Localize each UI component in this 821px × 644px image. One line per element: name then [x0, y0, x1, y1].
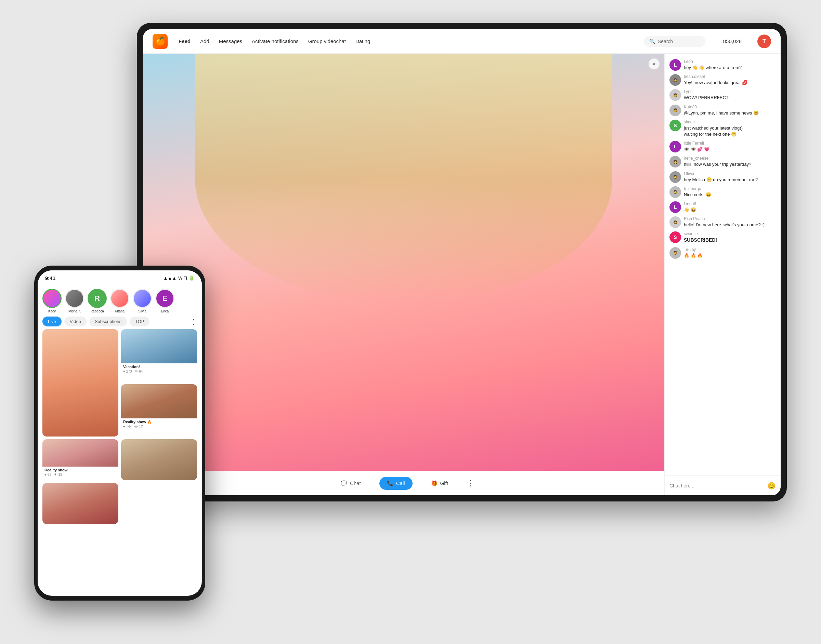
tab-top[interactable]: TOP [130, 316, 150, 327]
chat-message: L Linda8 👋 😜 [669, 201, 776, 213]
avatar: 🧔 [669, 247, 681, 259]
tablet-topbar: 🍊 Feed Add Messages Activate notificatio… [143, 29, 781, 54]
username: Rich Peach [684, 216, 764, 221]
tablet: 🍊 Feed Add Messages Activate notificatio… [137, 23, 787, 501]
message-text: hey Melisa 😁 do you remember me? [684, 177, 758, 183]
avatar: 🧔 [669, 171, 681, 183]
avatar: L [669, 201, 681, 213]
username: Te-Jay [684, 247, 703, 252]
tab-subscriptions[interactable]: Subscriptions [89, 316, 127, 327]
chat-icon: 💬 [341, 480, 347, 486]
card-reality-show[interactable]: Reality show 🔥 ♥ 144 👁 17 [121, 384, 197, 437]
tab-live[interactable]: Live [42, 316, 61, 327]
video-stream [143, 54, 664, 471]
nav-dating[interactable]: Dating [355, 38, 370, 44]
avatar: 👩 [669, 156, 681, 167]
chat-input[interactable] [669, 483, 764, 489]
coin-count: 850,028 [723, 38, 742, 44]
phone-content: 😊 ❤️ 🔥 ♥ 195 👁 71 Vacation! [38, 329, 202, 596]
message-text: Yey!! new avatar! looks great 💋 [684, 80, 747, 86]
more-button[interactable]: ⋮ [467, 479, 474, 488]
phone-time: 9:41 [45, 275, 55, 281]
phone-tabs: Live Video Subscriptions TOP ⋮ [38, 316, 202, 327]
phone: 9:41 ▲▲▲ WiFi 🔋 Kacy Misha K R [34, 265, 205, 601]
story-name: Kacy [48, 309, 56, 313]
story-erica[interactable]: E Erica [155, 289, 174, 313]
chat-message: 🧔 Oliver hey Melisa 😁 do you remember me… [669, 171, 776, 183]
chat-message: 👩 Lynn WOW! PERRRRFECT [669, 89, 776, 101]
chat-message: 🧔 Te-Jay 🔥 🔥 🔥 [669, 247, 776, 259]
chat-messages: L Leon hey 👋 👋 where are u from? 🧔 bean.… [665, 54, 781, 475]
nav-notifications[interactable]: Activate notifications [252, 38, 299, 44]
avatar: 🧔 [669, 74, 681, 86]
username: Oliver [684, 171, 758, 176]
close-button[interactable]: × [649, 58, 660, 69]
username: irene_cheese [684, 156, 751, 161]
card-6[interactable] [42, 483, 118, 524]
message-text: @Lynn, pm me, i have some news 😅 [684, 110, 759, 116]
call-button[interactable]: 📞 Call [379, 477, 412, 490]
message-text: hey 👋 👋 where are u from? [684, 64, 742, 71]
message-text: SUBSCRIBED! [684, 237, 717, 244]
nav-messages[interactable]: Messages [219, 38, 242, 44]
avatar: 👩 [669, 89, 681, 101]
chat-message: 👩 Kate89 @Lynn, pm me, i have some news … [669, 104, 776, 116]
chat-message: L little Ferrell 👁️ 👁️ 💕 💗 [669, 141, 776, 152]
message-text: WOW! PERRRRFECT [684, 95, 729, 101]
story-name: Erica [161, 309, 169, 313]
nav-group-videochat[interactable]: Group videochat [308, 38, 346, 44]
nav-add[interactable]: Add [200, 38, 209, 44]
signal-icon: ▲▲▲ [163, 276, 177, 281]
call-icon: 📞 [387, 480, 394, 486]
story-kitana[interactable]: Kitana [110, 289, 129, 313]
message-text: hiiiii, how was your trip yesterday? [684, 161, 751, 167]
avatar: 👩 [669, 104, 681, 116]
chat-message: 🧔 b_georgo Nice curls! 😄 [669, 186, 776, 198]
story-name: Silvia [138, 309, 146, 313]
wifi-icon: WiFi [178, 276, 187, 281]
username: simon [684, 120, 743, 124]
chat-message: 🧔 bean.diesel Yey!! new avatar! looks gr… [669, 74, 776, 86]
message-text: just watched your latest vlog))waiting f… [684, 125, 743, 137]
username: Lynn [684, 89, 729, 94]
card-1[interactable]: 😊 ❤️ 🔥 ♥ 195 👁 71 [42, 329, 118, 437]
username: b_georgo [684, 186, 711, 191]
video-frame: × [143, 54, 664, 471]
message-text: 👁️ 👁️ 💕 💗 [684, 146, 709, 152]
nav-feed[interactable]: Feed [178, 38, 191, 44]
video-area: × 💬 Chat 📞 Call 🎁 [143, 54, 664, 495]
card-vacation[interactable]: Vacation! ♥ 270 👁 64 [121, 329, 197, 382]
chat-button[interactable]: 💬 Chat [333, 477, 368, 490]
stories-row: Kacy Misha K R Rebecca Kitana Silvia [38, 285, 202, 316]
chat-message: 👩 irene_cheese hiiiii, how was your trip… [669, 156, 776, 167]
username: Kate89 [684, 104, 759, 109]
username: bean.diesel [684, 74, 747, 79]
phone-status-bar: 9:41 ▲▲▲ WiFi 🔋 [38, 270, 202, 285]
more-options-icon[interactable]: ⋮ [190, 317, 197, 326]
search-input[interactable] [658, 38, 702, 44]
phone-screen: 9:41 ▲▲▲ WiFi 🔋 Kacy Misha K R [38, 270, 202, 596]
emoji-button[interactable]: 😊 [767, 481, 776, 490]
search-box[interactable]: 🔍 [644, 36, 706, 47]
avatar: S [669, 120, 681, 131]
tablet-screen: 🍊 Feed Add Messages Activate notificatio… [143, 29, 781, 495]
phone-grid: 😊 ❤️ 🔥 ♥ 195 👁 71 Vacation! [42, 329, 197, 524]
battery-icon: 🔋 [189, 276, 194, 281]
video-controls: 💬 Chat 📞 Call 🎁 Gift ⋮ [143, 471, 664, 495]
tab-video[interactable]: Video [64, 316, 86, 327]
story-silvia[interactable]: Silvia [133, 289, 152, 313]
card-reality-show-2[interactable]: Reality show ♥ 68 👁 19 [42, 439, 118, 480]
message-text: 🔥 🔥 🔥 [684, 253, 703, 259]
app-logo[interactable]: 🍊 [152, 34, 168, 49]
gift-button[interactable]: 🎁 Gift [423, 477, 456, 490]
user-avatar[interactable]: T [757, 35, 771, 48]
story-kacy[interactable]: Kacy [42, 289, 61, 313]
avatar: L [669, 141, 681, 152]
username: Leon [684, 59, 742, 64]
scene: 🍊 Feed Add Messages Activate notificatio… [34, 23, 787, 621]
username: Linda8 [684, 201, 696, 206]
gift-icon: 🎁 [431, 480, 438, 486]
story-mishak[interactable]: Misha K [65, 289, 84, 313]
card-5[interactable] [121, 439, 197, 480]
story-rebecca[interactable]: R Rebecca [88, 289, 107, 313]
